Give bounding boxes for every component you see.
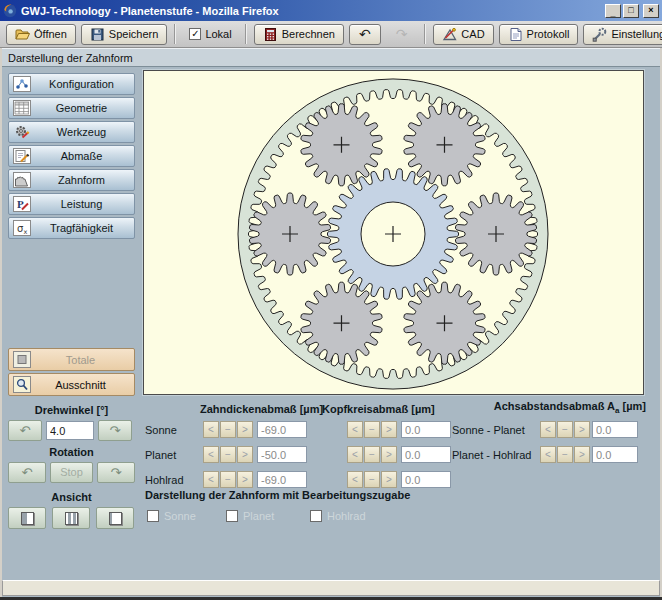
gear-view-canvas[interactable]	[143, 70, 644, 395]
spinner-kopfkreis-planet: < − >	[347, 446, 398, 463]
window-title: GWJ-Technology - Planetenstufe - Mozilla…	[21, 5, 605, 17]
zahndicken-sonne-input[interactable]	[257, 421, 307, 438]
spin-minus-icon: −	[225, 425, 231, 435]
minimize-button[interactable]: _	[605, 4, 621, 18]
sidebar-item-leistung[interactable]: P Leistung	[8, 193, 135, 215]
spin-prev-icon: <	[208, 450, 214, 460]
spin-next-icon: >	[386, 425, 392, 435]
spin-reset-button[interactable]: −	[557, 446, 573, 463]
rotation-ccw-button[interactable]: ↶	[8, 462, 46, 483]
sidebar-item-geometrie[interactable]: Geometrie	[8, 97, 135, 119]
spin-next-button[interactable]: >	[381, 421, 397, 438]
spin-prev-button[interactable]: <	[203, 421, 219, 438]
spin-prev-button[interactable]: <	[347, 471, 363, 488]
spin-prev-button[interactable]: <	[540, 446, 556, 463]
ausschnitt-button[interactable]: Ausschnitt	[8, 373, 135, 396]
toolbar-separator	[174, 24, 176, 44]
spin-next-button[interactable]: >	[237, 446, 253, 463]
sidebar-item-werkzeug[interactable]: Werkzeug	[8, 121, 135, 143]
planetary-gear-diagram	[144, 71, 643, 394]
local-checkbox-group[interactable]: ✓ Lokal	[183, 24, 237, 45]
bearbeitung-checkbox-hohlrad[interactable]	[310, 510, 322, 522]
kopfkreis-planet-input[interactable]	[401, 446, 451, 463]
spin-minus-icon: −	[562, 425, 568, 435]
magnifier-icon	[13, 376, 31, 393]
totale-button[interactable]: Totale	[8, 348, 135, 371]
drehwinkel-label: Drehwinkel [°]	[8, 404, 135, 416]
note-pencil-icon	[13, 148, 31, 164]
tool-gear-icon	[13, 124, 31, 140]
spin-next-button[interactable]: >	[381, 446, 397, 463]
save-button[interactable]: Speichern	[81, 24, 168, 45]
open-button[interactable]: Öffnen	[6, 24, 76, 45]
spin-prev-button[interactable]: <	[203, 446, 219, 463]
ansicht-label: Ansicht	[8, 491, 135, 503]
rotate-cw-icon: ↷	[111, 466, 122, 479]
rotate-cw-button[interactable]: ↷	[98, 420, 132, 441]
spin-reset-button[interactable]: −	[364, 421, 380, 438]
local-checkbox-label: Lokal	[205, 28, 231, 40]
settings-button[interactable]: Einstellungen	[583, 24, 662, 45]
spin-next-icon: >	[579, 425, 585, 435]
zahndicken-hohlrad-input[interactable]	[257, 471, 307, 488]
spin-reset-button[interactable]: −	[220, 446, 236, 463]
spin-prev-button[interactable]: <	[540, 421, 556, 438]
spin-reset-button[interactable]: −	[364, 471, 380, 488]
rotation-stop-button[interactable]: Stop	[50, 462, 93, 483]
spin-next-button[interactable]: >	[574, 446, 590, 463]
kopfkreis-hohlrad-input[interactable]	[401, 471, 451, 488]
spin-reset-button[interactable]: −	[364, 446, 380, 463]
maximize-button[interactable]: □	[623, 4, 639, 18]
settings-wrench-icon	[592, 27, 607, 42]
spinner-kopfkreis-hohlrad: < − >	[347, 471, 398, 488]
view-layout-2-button[interactable]	[52, 507, 90, 529]
sidebar-item-abmasse[interactable]: Abmaße	[8, 145, 135, 167]
cad-drawing-icon	[442, 27, 457, 42]
sidebar-item-tragfaehigkeit[interactable]: σx Tragfähigkeit	[8, 217, 135, 239]
local-checkbox[interactable]: ✓	[189, 28, 201, 40]
spin-next-button[interactable]: >	[237, 471, 253, 488]
row-label-planet: Planet	[145, 449, 176, 461]
protocol-button[interactable]: Protokoll	[499, 24, 579, 45]
rotation-cw-button[interactable]: ↷	[97, 462, 135, 483]
cad-button[interactable]: CAD	[433, 24, 493, 45]
spin-prev-button[interactable]: <	[347, 421, 363, 438]
kopfkreis-sonne-input[interactable]	[401, 421, 451, 438]
drehwinkel-input[interactable]	[46, 421, 94, 440]
bearbeitung-checkbox-planet[interactable]	[226, 510, 238, 522]
spin-next-button[interactable]: >	[237, 421, 253, 438]
spin-reset-button[interactable]: −	[220, 421, 236, 438]
spin-next-button[interactable]: >	[574, 421, 590, 438]
spin-prev-icon: <	[208, 475, 214, 485]
sidebar-item-konfiguration[interactable]: Konfiguration	[8, 73, 135, 95]
view-layout-3-button[interactable]	[96, 507, 134, 529]
window-frame-left	[0, 48, 2, 597]
single-pane-icon	[21, 512, 34, 525]
spin-prev-button[interactable]: <	[347, 446, 363, 463]
undo-button[interactable]: ↶	[349, 24, 381, 45]
calculator-icon	[263, 27, 278, 42]
spin-next-button[interactable]: >	[381, 471, 397, 488]
spin-reset-button[interactable]: −	[557, 421, 573, 438]
spin-next-icon: >	[386, 450, 392, 460]
achs-planet-hohlrad-input[interactable]	[592, 446, 638, 463]
row-label-planet-hohlrad: Planet - Hohlrad	[452, 449, 532, 461]
spin-prev-icon: <	[545, 425, 551, 435]
sidebar-item-zahnform[interactable]: Zahnform	[8, 169, 135, 191]
rotate-ccw-button[interactable]: ↶	[8, 420, 42, 441]
spin-prev-button[interactable]: <	[203, 471, 219, 488]
view-layout-1-button[interactable]	[8, 507, 46, 529]
calculate-button[interactable]: Berechnen	[254, 24, 344, 45]
zahndicken-planet-input[interactable]	[257, 446, 307, 463]
firefox-icon	[3, 4, 17, 18]
achs-sonne-planet-input[interactable]	[592, 421, 638, 438]
document-icon	[508, 27, 523, 42]
close-button[interactable]: ×	[643, 4, 659, 18]
main-toolbar: Öffnen Speichern ✓ Lokal	[0, 21, 662, 48]
spin-minus-icon: −	[225, 475, 231, 485]
spin-reset-button[interactable]: −	[220, 471, 236, 488]
redo-button[interactable]: ↷	[386, 24, 418, 45]
status-bar	[2, 580, 660, 596]
bearbeitung-checkbox-sonne[interactable]	[147, 510, 159, 522]
rotate-cw-icon: ↷	[110, 424, 121, 437]
